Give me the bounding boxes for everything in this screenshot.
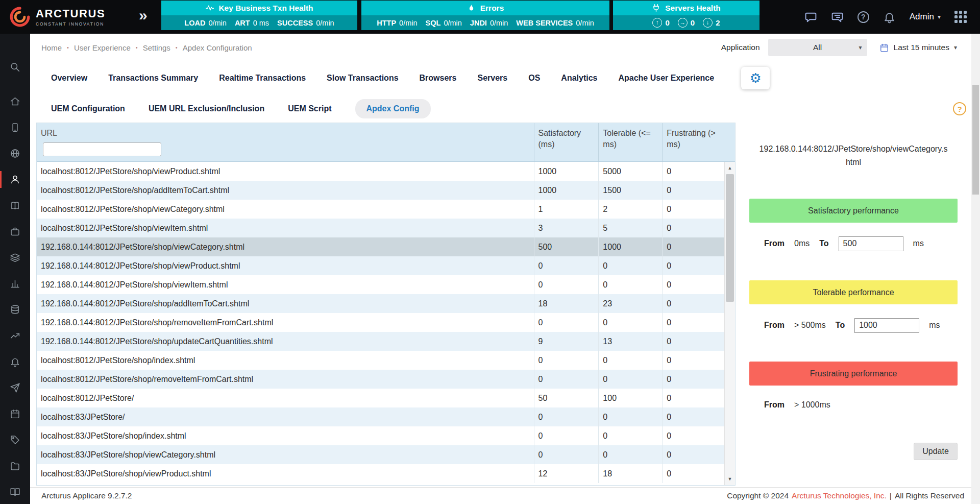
table-row[interactable]: 192.168.0.144:8012/JPetStore/shop/viewPr… [37,256,724,275]
feedback-chat-icon[interactable] [831,11,844,23]
tab-slow-transactions[interactable]: Slow Transactions [327,74,398,83]
tab-os[interactable]: OS [528,74,540,83]
table-row[interactable]: localhost:83/JPetStore/shop/viewProduct.… [37,464,724,483]
table-row[interactable]: localhost:8012/JPetStore/shop/viewCatego… [37,200,724,219]
logo-text: ARCTURUS CONSTANT INNOVATION [36,7,105,27]
subtab-uem-script[interactable]: UEM Script [288,104,331,113]
table-row[interactable]: localhost:83/JPetStore/shop/viewCategory… [37,445,724,464]
sidebar-item-briefcase[interactable] [0,219,30,245]
sidebar-item-user[interactable] [0,166,30,193]
sidebar-expand-chevron[interactable]: » [139,7,148,24]
sidebar-item-search[interactable] [0,54,30,80]
tolerable-cell: 0 [598,445,662,464]
apdex-detail-panel: 192.168.0.144:8012/JPetStore/shop/viewCa… [736,123,971,487]
update-button[interactable]: Update [914,443,958,460]
table-row[interactable]: 192.168.0.144:8012/JPetStore/shop/update… [37,332,724,351]
table-row[interactable]: 192.168.0.144:8012/JPetStore/shop/addIte… [37,294,724,313]
sidebar-item-calendar[interactable] [0,401,30,427]
widget-errors[interactable]: Errors HTTP0/min SQL0/min JNDI0/min WEB … [361,1,609,30]
frustrating-cell: 0 [662,162,724,181]
scrollbar-thumb[interactable] [726,174,734,302]
tab-overview[interactable]: Overview [51,74,87,83]
page-scrollbar-thumb[interactable] [972,85,979,195]
url-cell: 192.168.0.144:8012/JPetStore/shop/update… [37,332,534,351]
metric: SQL0/min [426,19,462,27]
time-range-picker[interactable]: Last 15 minutes ▾ [879,43,957,53]
chevron-down-icon: ▾ [938,13,941,20]
table-row[interactable]: localhost:83/JPetStore/000 [37,407,724,426]
tab-analytics[interactable]: Analytics [561,74,597,83]
chevron-down-icon: ▾ [859,44,862,51]
sidebar-item-book[interactable] [0,193,30,219]
tolerable-cell: 0 [598,370,662,389]
sidebar-item-device[interactable] [0,114,30,140]
satisfactory-banner: Satisfactory performance [749,199,958,223]
layers-icon [10,252,20,263]
table-row[interactable]: localhost:8012/JPetStore/shop/removeItem… [37,370,724,389]
widget-key-business-txn-health[interactable]: Key Business Txn Health LOAD0/min ART0 m… [161,1,357,30]
breadcrumb-settings[interactable]: Settings [143,43,170,52]
table-row[interactable]: 192.168.0.144:8012/JPetStore/shop/viewCa… [37,237,724,256]
sidebar-item-send[interactable] [0,375,30,401]
widget-title-row: Key Business Txn Health [161,1,357,15]
frustrating-cell: 0 [662,294,724,313]
help-icon[interactable]: ? [857,11,869,23]
sidebar-item-folder[interactable] [0,453,30,479]
application-dropdown[interactable]: All ▾ [768,39,867,56]
table-row[interactable]: localhost:8012/JPetStore/shop/addItemToC… [37,181,724,200]
table-row[interactable]: localhost:83/JPetStore/shop/index.shtml0… [37,426,724,445]
scroll-up-arrow[interactable]: ▲ [725,163,735,173]
sidebar-item-library[interactable] [0,479,30,504]
globe-icon [10,148,20,159]
url-cell: localhost:83/JPetStore/shop/viewCategory… [37,445,534,464]
frustrating-column-header: Frustrating (> ms) [662,123,724,161]
url-cell: localhost:8012/JPetStore/shop/index.shtm… [37,351,534,370]
tab-realtime-transactions[interactable]: Realtime Transactions [219,74,306,83]
table-row[interactable]: localhost:8012/JPetStore/shop/viewProduc… [37,162,724,181]
satisfactory-column-header: Satisfactory (ms) [534,123,599,161]
sidebar-item-globe[interactable] [0,140,30,166]
notifications-bell-icon[interactable] [883,11,896,23]
metric: JNDI0/min [470,19,508,27]
table-row[interactable]: 192.168.0.144:8012/JPetStore/shop/viewIt… [37,275,724,294]
arrow-down-icon: ↓ [703,18,713,28]
user-menu[interactable]: Admin ▾ [910,12,941,22]
tab-transactions-summary[interactable]: Transactions Summary [108,74,198,83]
subtab-apdex-config[interactable]: Apdex Config [355,99,431,118]
frustrating-cell: 0 [662,181,724,200]
table-row[interactable]: 192.168.0.144:8012/JPetStore/shop/remove… [37,313,724,332]
table-row[interactable]: localhost:8012/JPetStore/shop/viewItem.s… [37,219,724,237]
widget-servers-health[interactable]: Servers Health ↑0 →0 ↓2 [613,1,760,30]
apps-grid-icon[interactable] [954,11,967,23]
scroll-down-arrow[interactable]: ▼ [725,474,735,484]
sidebar-item-bell[interactable] [0,349,30,375]
url-cell: 192.168.0.144:8012/JPetStore/shop/addIte… [37,294,534,313]
breadcrumb-home[interactable]: Home [41,43,62,52]
sidebar-item-bar-chart[interactable] [0,271,30,297]
panel-help-icon[interactable]: ? [953,102,966,115]
tolerable-to-input[interactable] [854,318,919,333]
sidebar-item-database[interactable] [0,297,30,323]
breadcrumb-apdex-configuration[interactable]: Apdex Configuration [183,43,252,52]
url-search-input[interactable] [43,142,161,156]
satisfactory-cell: 0 [534,445,599,464]
chat-icon[interactable] [804,11,817,23]
satisfactory-cell: 0 [534,426,599,445]
tab-browsers[interactable]: Browsers [420,74,457,83]
subtab-uem-url-exclusion-inclusion[interactable]: UEM URL Exclusion/Inclusion [149,104,264,113]
sidebar-item-tag[interactable] [0,427,30,453]
table-row[interactable]: localhost:8012/JPetStore/501000 [37,389,724,407]
app-root: ARCTURUS CONSTANT INNOVATION » Key Busin… [0,0,980,504]
settings-gear-icon[interactable]: ⚙ [741,67,770,89]
company-link[interactable]: Arcturus Technologies, Inc. [792,491,887,500]
tab-apache-user-experience[interactable]: Apache User Experience [618,74,714,83]
frustrating-cell: 0 [662,219,724,237]
subtab-uem-configuration[interactable]: UEM Configuration [51,104,125,113]
tab-servers[interactable]: Servers [477,74,507,83]
sidebar-item-layers[interactable] [0,245,30,271]
sidebar-item-home[interactable] [0,88,30,114]
satisfactory-to-input[interactable] [839,236,903,251]
table-row[interactable]: localhost:8012/JPetStore/shop/index.shtm… [37,351,724,370]
sidebar-item-trend[interactable] [0,323,30,349]
breadcrumb-user-experience[interactable]: User Experience [74,43,131,52]
